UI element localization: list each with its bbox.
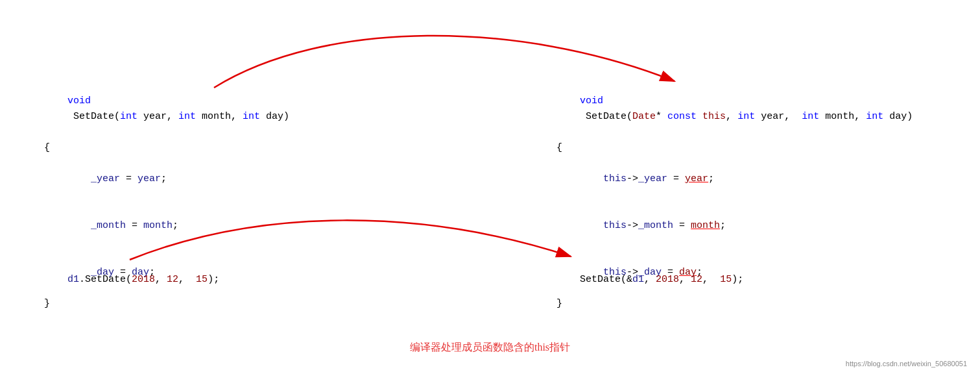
left-line-2: {: [44, 140, 289, 156]
left-line-1: void SetDate(int year, int month, int da…: [44, 78, 289, 140]
watermark: https://blog.csdn.net/weixin_50680051: [846, 360, 967, 368]
void-keyword: void: [67, 95, 91, 106]
left-line-4: _month = month;: [44, 203, 289, 249]
caption-text: 编译器处理成员函数隐含的this指针: [0, 341, 980, 355]
right-line-4: this->_month = month;: [556, 203, 913, 249]
right-bottom-line: SetDate(&d1, 2018, 12, 15);: [556, 256, 743, 303]
right-line-1: void SetDate(Date* const this, int year,…: [556, 78, 913, 140]
left-bottom-code: d1.SetDate(2018, 12, 15);: [44, 256, 219, 303]
right-line-2: {: [556, 140, 913, 156]
right-bottom-code: SetDate(&d1, 2018, 12, 15);: [556, 256, 743, 303]
left-bottom-line: d1.SetDate(2018, 12, 15);: [44, 256, 219, 303]
right-line-3: this->_year = year;: [556, 156, 913, 203]
left-line-3: _year = year;: [44, 156, 289, 203]
